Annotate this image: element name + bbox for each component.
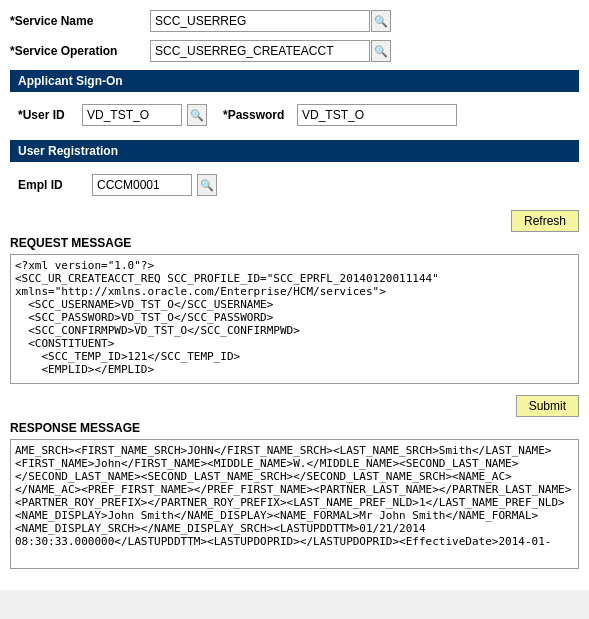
password-group: *Password [223,104,457,126]
submit-button[interactable]: Submit [516,395,579,417]
page-container: *Service Name 🔍 *Service Operation 🔍 App… [0,0,589,590]
empl-id-group: Empl ID 🔍 [18,174,571,196]
service-operation-row: *Service Operation 🔍 [10,40,579,62]
user-registration-section: User Registration Empl ID 🔍 [10,140,579,202]
request-message-section: REQUEST MESSAGE <?xml version="1.0"?> <S… [10,236,579,387]
refresh-button[interactable]: Refresh [511,210,579,232]
user-registration-header: User Registration [10,140,579,162]
user-id-label: *User ID [18,108,78,122]
service-operation-search-button[interactable]: 🔍 [371,40,391,62]
service-operation-input[interactable] [150,40,370,62]
refresh-row: Refresh [10,210,579,232]
user-id-input[interactable] [82,104,182,126]
response-message-section: RESPONSE MESSAGE AME_SRCH><FIRST_NAME_SR… [10,421,579,572]
applicant-signon-section: Applicant Sign-On *User ID 🔍 *Password [10,70,579,132]
user-id-search-button[interactable]: 🔍 [187,104,207,126]
submit-row: Submit [10,395,579,417]
applicant-signon-body: *User ID 🔍 *Password [10,98,579,132]
user-password-row: *User ID 🔍 *Password [18,104,571,126]
empl-id-input[interactable] [92,174,192,196]
password-label: *Password [223,108,293,122]
password-input[interactable] [297,104,457,126]
applicant-signon-header: Applicant Sign-On [10,70,579,92]
response-message-label: RESPONSE MESSAGE [10,421,579,435]
user-registration-body: Empl ID 🔍 [10,168,579,202]
service-name-field-group: 🔍 [150,10,391,32]
user-id-group: *User ID 🔍 [18,104,207,126]
request-message-label: REQUEST MESSAGE [10,236,579,250]
service-name-input[interactable] [150,10,370,32]
request-message-textarea[interactable]: <?xml version="1.0"?> <SCC_UR_CREATEACCT… [10,254,579,384]
service-operation-field-group: 🔍 [150,40,391,62]
empl-id-label: Empl ID [18,178,88,192]
response-message-textarea[interactable]: AME_SRCH><FIRST_NAME_SRCH>JOHN</FIRST_NA… [10,439,579,569]
service-operation-label: *Service Operation [10,44,150,58]
empl-id-search-button[interactable]: 🔍 [197,174,217,196]
service-name-row: *Service Name 🔍 [10,10,579,32]
service-name-label: *Service Name [10,14,150,28]
service-name-search-button[interactable]: 🔍 [371,10,391,32]
